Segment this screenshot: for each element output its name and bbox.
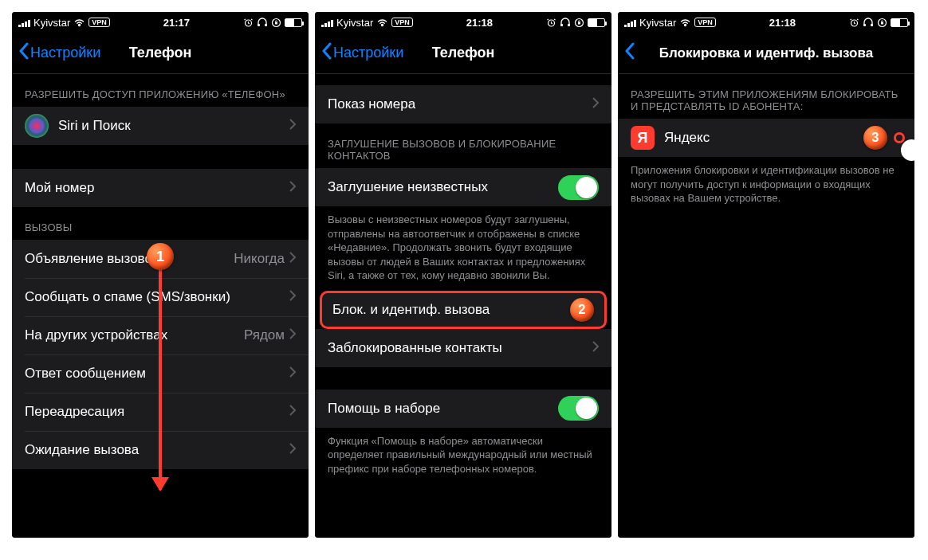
signal-bars-icon <box>321 18 333 27</box>
row-show-my-caller-id[interactable]: Показ номера <box>315 85 611 123</box>
chevron-right-icon <box>289 405 296 419</box>
chevron-right-icon <box>289 366 296 381</box>
siri-icon <box>25 114 49 138</box>
row-siri-search[interactable]: Siri и Поиск <box>12 107 309 145</box>
status-bar: Kyivstar VPN 21:18 <box>618 12 914 33</box>
yandex-app-icon: Я <box>631 126 655 150</box>
row-blocked-contacts[interactable]: Заблокированные контакты <box>315 329 611 367</box>
toggle-dial-assist[interactable] <box>558 396 599 421</box>
row-silence-unknown[interactable]: Заглушение неизвестных <box>315 168 611 206</box>
svg-rect-12 <box>871 24 873 26</box>
status-bar: Kyivstar VPN 21:18 <box>315 12 611 33</box>
row-label: Переадресация <box>25 404 289 420</box>
group-header-silence-block: ЗАГЛУШЕНИЕ ВЫЗОВОВ И БЛОКИРОВАНИЕ КОНТАК… <box>315 123 611 168</box>
wifi-icon <box>679 18 691 27</box>
alarm-icon <box>546 18 556 27</box>
footer-silence-unknown: Вызовы с неизвестных номеров будут заглу… <box>315 206 611 291</box>
chevron-right-icon <box>289 181 296 195</box>
annotation-marker-2: 2 <box>570 298 594 322</box>
lock-rotation-icon <box>877 18 887 28</box>
group-header-allow-access: РАЗРЕШИТЬ ДОСТУП ПРИЛОЖЕНИЮ «ТЕЛЕФОН» <box>12 74 309 107</box>
svg-rect-4 <box>275 22 277 24</box>
settings-list[interactable]: РАЗРЕШИТЬ ЭТИМ ПРИЛОЖЕНИЯМ БЛОКИРОВАТЬ И… <box>618 74 914 538</box>
annotation-arrow-down <box>159 259 162 490</box>
headphone-icon <box>560 18 571 27</box>
status-bar: Kyivstar VPN 21:17 <box>12 12 309 33</box>
alarm-icon <box>849 18 859 27</box>
signal-bars-icon <box>624 18 636 27</box>
chevron-right-icon <box>592 97 599 112</box>
row-label: Siri и Поиск <box>58 118 289 134</box>
back-button[interactable]: Настройки <box>321 42 403 64</box>
row-label: Ответ сообщением <box>25 366 289 382</box>
row-label: Блок. и идентиф. вызова <box>332 302 565 318</box>
carrier-label: Kyivstar <box>336 17 373 29</box>
group-header-allow-apps: РАЗРЕШИТЬ ЭТИМ ПРИЛОЖЕНИЯМ БЛОКИРОВАТЬ И… <box>618 74 914 119</box>
footer-dial-assist: Функция «Помощь в наборе» автоматически … <box>315 428 611 484</box>
back-button[interactable] <box>624 42 635 64</box>
status-time: 21:18 <box>466 17 493 29</box>
battery-icon <box>588 18 605 27</box>
chevron-right-icon <box>592 341 599 355</box>
wifi-icon <box>73 18 85 27</box>
nav-bar: Настройки Телефон <box>315 33 611 74</box>
annotation-marker-1: 1 <box>147 243 174 270</box>
back-label: Настройки <box>30 45 100 61</box>
svg-rect-7 <box>568 24 570 26</box>
row-label: На других устройствах <box>25 327 244 343</box>
nav-bar: Настройки Телефон <box>12 33 309 74</box>
chevron-right-icon <box>289 290 296 304</box>
settings-list[interactable]: Показ номера ЗАГЛУШЕНИЕ ВЫЗОВОВ И БЛОКИР… <box>315 74 611 538</box>
svg-rect-9 <box>578 22 580 24</box>
row-label: Заглушение неизвестных <box>328 179 558 195</box>
footer-blocking-apps: Приложения блокировки и идентификации вы… <box>618 157 914 213</box>
vpn-badge: VPN <box>88 18 110 27</box>
screen-2-phone-settings-scrolled: Kyivstar VPN 21:18 Настройки Телефон Пок… <box>315 12 611 538</box>
annotation-marker-3: 3 <box>863 126 887 150</box>
svg-rect-1 <box>258 24 260 26</box>
back-label: Настройки <box>333 45 403 61</box>
row-my-number[interactable]: Мой номер <box>12 169 309 207</box>
row-value: Никогда <box>234 251 285 267</box>
chevron-left-icon <box>18 42 29 64</box>
chevron-left-icon <box>624 42 635 64</box>
svg-rect-14 <box>881 22 883 24</box>
carrier-label: Kyivstar <box>33 17 70 29</box>
nav-bar: Блокировка и идентиф. вызова <box>618 33 914 74</box>
row-label: Яндекс <box>664 130 863 146</box>
back-button[interactable]: Настройки <box>18 42 100 64</box>
status-time: 21:17 <box>163 17 190 29</box>
headphone-icon <box>257 18 268 27</box>
row-label: Мой номер <box>25 180 289 196</box>
chevron-right-icon <box>289 119 296 133</box>
row-app-yandex[interactable]: Я Яндекс 3 <box>618 119 914 157</box>
headphone-icon <box>863 18 874 27</box>
chevron-right-icon <box>289 252 296 266</box>
battery-icon <box>285 18 302 27</box>
screen-1-phone-settings: Kyivstar VPN 21:17 Настройки Телефон РАЗ… <box>12 12 309 538</box>
screen-3-call-blocking-id: Kyivstar VPN 21:18 Блокировка и идентиф.… <box>618 12 914 538</box>
svg-rect-6 <box>560 24 563 26</box>
row-value: Рядом <box>244 327 285 343</box>
group-header-calls: ВЫЗОВЫ <box>12 207 309 240</box>
row-dial-assist[interactable]: Помощь в наборе <box>315 390 611 428</box>
row-label: Заблокированные контакты <box>328 340 592 356</box>
row-label: Помощь в наборе <box>328 401 558 417</box>
chevron-left-icon <box>321 42 332 64</box>
lock-rotation-icon <box>271 18 281 28</box>
svg-rect-11 <box>863 24 866 26</box>
row-label: Сообщать о спаме (SMS/звонки) <box>25 289 289 305</box>
battery-icon <box>891 18 908 27</box>
alarm-icon <box>243 18 254 27</box>
wifi-icon <box>376 18 388 27</box>
signal-bars-icon <box>18 18 30 27</box>
row-label: Объявление вызовов <box>25 251 234 267</box>
toggle-silence-unknown[interactable] <box>558 175 599 200</box>
nav-title: Блокировка и идентиф. вызова <box>618 45 914 61</box>
chevron-right-icon <box>289 328 296 343</box>
lock-rotation-icon <box>574 18 584 28</box>
row-call-blocking-identification[interactable]: Блок. и идентиф. вызова 2 <box>320 291 607 329</box>
carrier-label: Kyivstar <box>639 17 676 29</box>
svg-rect-2 <box>265 24 267 26</box>
row-label: Ожидание вызова <box>25 442 289 458</box>
